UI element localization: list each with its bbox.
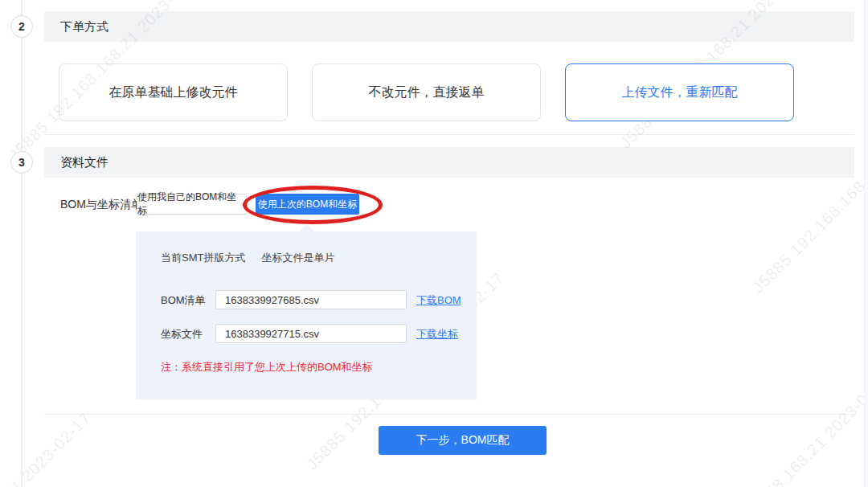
option-label: 在原单基础上修改元件 bbox=[109, 84, 238, 101]
download-bom-link[interactable]: 下载BOM bbox=[416, 293, 461, 308]
footer-divider bbox=[44, 414, 854, 415]
scrollbar-track[interactable] bbox=[864, 0, 868, 487]
panel-mode-line: 当前SMT拼版方式 坐标文件是单片 bbox=[161, 251, 334, 265]
toggle-label: 使用上次的BOM和坐标 bbox=[258, 198, 357, 211]
download-coord-link[interactable]: 下载坐标 bbox=[416, 327, 458, 342]
section-title: 下单方式 bbox=[60, 19, 108, 35]
reuse-note-text: 注：系统直接引用了您上次上传的BOM和坐标 bbox=[161, 360, 373, 374]
coord-file-label: 坐标文件 bbox=[161, 327, 203, 342]
use-last-bom-button[interactable]: 使用上次的BOM和坐标 bbox=[256, 194, 359, 215]
section-divider bbox=[44, 134, 854, 135]
panel-caret bbox=[300, 224, 314, 231]
step-2-badge: 2 bbox=[10, 15, 33, 38]
option-upload-rematch[interactable]: 上传文件，重新匹配 bbox=[565, 63, 794, 121]
watermark-text: J5885 192.168.168.21 2023-02-17 bbox=[0, 408, 95, 487]
section-header-files: 资料文件 bbox=[44, 147, 854, 178]
section-title: 资料文件 bbox=[60, 155, 108, 170]
smt-reorder-page: J5885 192.168.168.21 2023-02-17 J5885 19… bbox=[0, 0, 868, 487]
coord-file-mode-text: 坐标文件是单片 bbox=[261, 251, 334, 265]
bom-file-label: BOM清单 bbox=[161, 293, 206, 308]
last-upload-panel: 当前SMT拼版方式 坐标文件是单片 BOM清单 下载BOM 坐标文件 下载坐标 … bbox=[136, 231, 477, 399]
option-label: 上传文件，重新匹配 bbox=[622, 84, 738, 101]
watermark-text: J5885 192.168.168.21 2023-02-17 bbox=[693, 365, 868, 487]
option-reorder-without-change[interactable]: 不改元件，直接返单 bbox=[312, 63, 541, 121]
option-modify-original-order[interactable]: 在原单基础上修改元件 bbox=[59, 63, 288, 121]
coord-file-input[interactable] bbox=[215, 324, 407, 343]
bom-file-input[interactable] bbox=[215, 290, 407, 309]
step-timeline-line bbox=[21, 0, 23, 487]
smt-panelize-mode-text: 当前SMT拼版方式 bbox=[161, 251, 245, 265]
toggle-label: 使用我自己的BOM和坐标 bbox=[137, 190, 246, 218]
use-own-bom-button[interactable]: 使用我自己的BOM和坐标 bbox=[137, 194, 247, 215]
section-header-order-method: 下单方式 bbox=[44, 11, 854, 42]
watermark-text: J5885 192.168.168.21 2023-02-17 bbox=[749, 92, 868, 297]
option-label: 不改元件，直接返单 bbox=[369, 84, 485, 101]
step-3-badge: 3 bbox=[10, 151, 33, 174]
next-step-bom-match-button[interactable]: 下一步，BOM匹配 bbox=[379, 426, 547, 455]
bom-coord-list-label: BOM与坐标清单 bbox=[60, 198, 142, 212]
